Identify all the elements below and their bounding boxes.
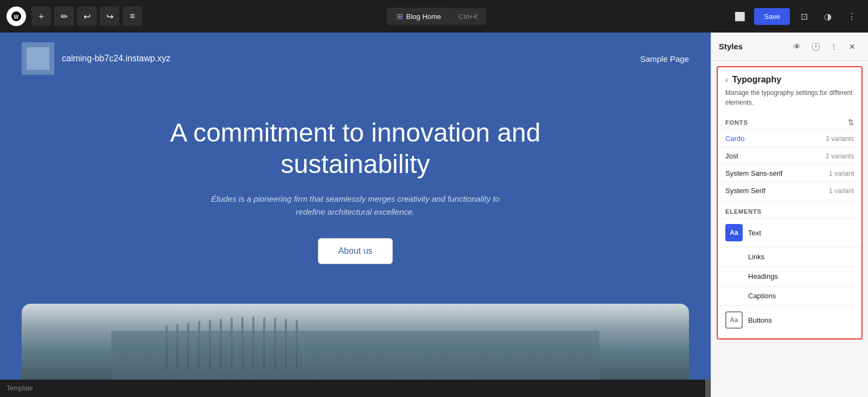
- page-name-button[interactable]: ⊞ Blog Home: [387, 8, 451, 25]
- font-variants-system-sans: 1 variant: [829, 170, 854, 177]
- font-row-system-serif[interactable]: System Serif 1 variant: [718, 182, 861, 199]
- svg-rect-15: [296, 320, 298, 369]
- element-name-headings: Headings: [748, 272, 778, 280]
- more-options-button[interactable]: ⋮: [842, 7, 861, 26]
- svg-rect-4: [176, 324, 178, 369]
- element-name-text: Text: [748, 229, 761, 237]
- font-row-jost[interactable]: Jost 2 variants: [718, 147, 861, 164]
- kebab-menu-button[interactable]: ⋮: [826, 39, 842, 55]
- site-domain: calming-bb7c24.instawp.xyz: [62, 54, 170, 63]
- fonts-label: FONTS: [725, 119, 748, 126]
- building-image-inner: [22, 304, 689, 380]
- svg-rect-6: [198, 321, 200, 369]
- hero-subtitle: Études is a pioneering firm that seamles…: [203, 193, 507, 219]
- svg-rect-11: [252, 317, 254, 369]
- element-row-text[interactable]: Aa Text: [718, 218, 861, 247]
- keyboard-shortcut: Ctrl+K: [451, 8, 486, 25]
- fonts-settings-icon[interactable]: ⇅: [848, 118, 854, 126]
- svg-text:W: W: [14, 14, 19, 20]
- font-list: Cardo 3 variants Jost 2 variants System …: [718, 130, 861, 199]
- building-image: [22, 304, 689, 380]
- svg-rect-10: [241, 317, 244, 369]
- element-name-buttons: Buttons: [748, 316, 772, 324]
- save-button[interactable]: Save: [754, 8, 790, 25]
- panel-title: Styles: [719, 42, 743, 51]
- svg-rect-5: [187, 323, 189, 369]
- site-nav-link[interactable]: Sample Page: [640, 54, 689, 63]
- element-row-links[interactable]: Links: [718, 247, 861, 266]
- svg-rect-9: [231, 318, 233, 369]
- buttons-aa-badge: Aa: [725, 311, 743, 329]
- list-view-button[interactable]: ≡: [123, 7, 142, 26]
- site-logo: [22, 42, 54, 75]
- section-title-row: ‹ Typography: [718, 67, 861, 88]
- svg-rect-14: [285, 319, 287, 369]
- toolbar-right: ⬜ Save ⊡ ◑ ⋮: [730, 7, 861, 26]
- undo-button[interactable]: ↩: [77, 7, 97, 26]
- svg-rect-2: [111, 331, 599, 380]
- typography-section: ‹ Typography Manage the typography setti…: [717, 66, 863, 340]
- site-header: calming-bb7c24.instawp.xyz Sample Page: [0, 33, 711, 85]
- font-variants-system-serif: 1 variant: [829, 187, 854, 195]
- main-area: calming-bb7c24.instawp.xyz Sample Page A…: [0, 33, 868, 397]
- font-name-cardo: Cardo: [725, 135, 744, 143]
- redo-button[interactable]: ↪: [100, 7, 119, 26]
- about-us-button[interactable]: About us: [318, 238, 392, 264]
- back-button[interactable]: ‹: [725, 75, 728, 84]
- add-block-button[interactable]: ＋: [31, 7, 51, 26]
- history-icon-button[interactable]: 🕐: [807, 39, 824, 55]
- tools-button[interactable]: ✏: [54, 7, 74, 26]
- font-name-jost: Jost: [725, 152, 738, 160]
- font-name-system-sans: System Sans-serif: [725, 169, 782, 177]
- font-row-cardo[interactable]: Cardo 3 variants: [718, 130, 861, 147]
- canvas-area: calming-bb7c24.instawp.xyz Sample Page A…: [0, 33, 711, 397]
- split-view-button[interactable]: ⊡: [794, 7, 814, 26]
- preview-desktop-button[interactable]: ⬜: [730, 7, 750, 26]
- close-button[interactable]: ✕: [844, 39, 860, 55]
- element-row-buttons[interactable]: Aa Buttons: [718, 305, 861, 334]
- svg-rect-12: [263, 317, 265, 369]
- status-bar: Template: [0, 380, 711, 397]
- element-row-headings[interactable]: Headings: [718, 266, 861, 286]
- hero-section: A commitment to innovation and sustainab…: [0, 85, 711, 304]
- svg-rect-13: [274, 318, 276, 369]
- canvas-frame: calming-bb7c24.instawp.xyz Sample Page A…: [0, 33, 711, 380]
- font-variants-jost: 2 variants: [826, 152, 854, 160]
- font-row-system-sans[interactable]: System Sans-serif 1 variant: [718, 164, 861, 182]
- font-name-system-serif: System Serif: [725, 187, 765, 195]
- element-row-captions[interactable]: Captions: [718, 286, 861, 305]
- panel-header-icons: 👁 🕐 ⋮ ✕: [789, 39, 860, 55]
- fonts-header: FONTS ⇅: [718, 114, 861, 130]
- svg-rect-7: [209, 320, 211, 369]
- svg-rect-8: [220, 319, 222, 369]
- text-aa-badge: Aa: [725, 224, 743, 241]
- typography-description: Manage the typography settings for diffe…: [718, 88, 861, 114]
- element-name-captions: Captions: [748, 292, 776, 300]
- eye-icon-button[interactable]: 👁: [789, 39, 805, 55]
- panel-header: Styles 👁 🕐 ⋮ ✕: [711, 33, 868, 61]
- status-label: Template: [7, 385, 33, 392]
- font-variants-cardo: 3 variants: [826, 135, 854, 143]
- hero-title: A commitment to innovation and sustainab…: [165, 117, 545, 180]
- site-logo-inner: [27, 47, 49, 70]
- site-preview: calming-bb7c24.instawp.xyz Sample Page A…: [0, 33, 711, 380]
- element-name-links: Links: [748, 253, 764, 261]
- right-panel: Styles 👁 🕐 ⋮ ✕ ‹ Typography Manage the t…: [711, 33, 868, 397]
- elements-label: ELEMENTS: [725, 208, 762, 215]
- toolbar: W ＋ ✏ ↩ ↪ ≡ ⊞ Blog Home Ctrl+K ⬜ Save ⊡ …: [0, 0, 868, 33]
- building-section: [0, 304, 711, 380]
- typography-title: Typography: [732, 75, 781, 85]
- page-name-label: Blog Home: [406, 12, 441, 21]
- site-logo-area: calming-bb7c24.instawp.xyz: [22, 42, 170, 75]
- elements-header: ELEMENTS: [718, 201, 861, 218]
- panel-content: ‹ Typography Manage the typography setti…: [711, 61, 868, 397]
- svg-rect-3: [165, 325, 168, 369]
- wp-logo: W: [7, 7, 26, 26]
- theme-toggle-button[interactable]: ◑: [818, 7, 838, 26]
